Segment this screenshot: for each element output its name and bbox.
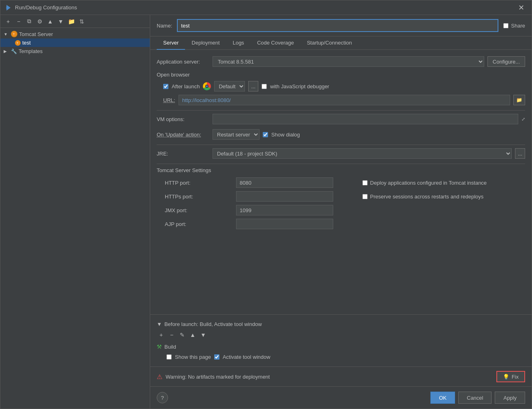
browser-browse-button[interactable]: ... — [248, 81, 258, 92]
chrome-inner — [205, 85, 209, 88]
help-button[interactable]: ? — [157, 392, 168, 403]
test-config-label: test — [22, 40, 31, 46]
name-input[interactable] — [178, 20, 498, 31]
before-launch-toolbar: + − ✎ ▲ ▼ — [157, 330, 525, 339]
http-port-input[interactable] — [236, 177, 333, 188]
copy-config-button[interactable]: ⧉ — [25, 17, 34, 26]
tomcat-server-group[interactable]: ▼ T Tomcat Server — [0, 30, 150, 38]
before-launch-up-button[interactable]: ▲ — [188, 330, 197, 339]
before-launch-section: ▼ Before launch: Build, Activate tool wi… — [150, 314, 532, 366]
bottom-buttons: ? OK Cancel Apply — [150, 386, 532, 409]
configure-button[interactable]: Configure... — [487, 56, 525, 67]
after-launch-row: After launch Default ... with JavaScript… — [157, 81, 525, 92]
divider-1 — [157, 110, 525, 111]
tab-startup[interactable]: Startup/Connection — [300, 36, 358, 50]
tomcat-icon: T — [11, 31, 17, 37]
jmx-port-input[interactable] — [236, 205, 333, 215]
move-down-button[interactable]: ▼ — [56, 17, 65, 26]
vm-expand-icon[interactable]: ⤢ — [521, 117, 525, 122]
svg-rect-1 — [6, 6, 8, 9]
tab-code-coverage[interactable]: Code Coverage — [251, 36, 300, 50]
jre-row: JRE: Default (18 - project SDK) ... — [157, 148, 525, 159]
before-launch-add-button[interactable]: + — [157, 330, 166, 339]
close-button[interactable]: ✕ — [516, 2, 527, 13]
show-dialog-label: Show dialog — [271, 132, 300, 138]
ajp-port-input[interactable] — [236, 219, 333, 229]
right-panel: Name: Share Server Deployment Logs Code … — [150, 15, 532, 409]
on-update-label: On 'Update' action: — [157, 132, 209, 138]
templates-toggle-icon: ▶ — [4, 49, 9, 53]
before-launch-down-button[interactable]: ▼ — [199, 330, 208, 339]
js-debugger-checkbox[interactable] — [262, 84, 267, 89]
title-bar: Run/Debug Configurations ✕ — [0, 0, 532, 15]
build-icon: ⚒ — [157, 343, 162, 350]
tab-deployment[interactable]: Deployment — [185, 36, 226, 50]
add-config-button[interactable]: + — [4, 17, 13, 26]
before-launch-edit-button[interactable]: ✎ — [178, 330, 187, 339]
move-up-button[interactable]: ▲ — [46, 17, 55, 26]
settings-config-button[interactable]: ⚙ — [35, 17, 44, 26]
https-port-input[interactable] — [236, 191, 333, 202]
ajp-port-label: AJP port: — [157, 221, 230, 227]
ok-button[interactable]: OK — [430, 392, 455, 404]
before-launch-toggle[interactable]: ▼ — [157, 321, 162, 327]
http-port-label: HTTP port: — [157, 180, 230, 186]
vm-options-row: VM options: ⤢ — [157, 114, 525, 124]
show-page-checkbox[interactable] — [166, 354, 172, 360]
share-label: Share — [511, 23, 525, 29]
activate-tool-checkbox[interactable] — [214, 354, 219, 360]
browser-select[interactable]: Default — [214, 81, 245, 92]
before-launch-title: Before launch: Build, Activate tool wind… — [164, 321, 262, 327]
js-debugger-label: with JavaScript debugger — [270, 83, 329, 89]
test-config-item[interactable]: T test — [0, 38, 150, 47]
preserve-sessions-checkbox[interactable] — [362, 194, 368, 199]
on-update-row: On 'Update' action: Restart server Show … — [157, 129, 525, 140]
window-title: Run/Debug Configurations — [15, 4, 516, 11]
test-tomcat-icon: T — [15, 40, 21, 46]
tomcat-group-label: Tomcat Server — [19, 31, 53, 37]
url-row: URL: 📁 — [157, 95, 525, 105]
tab-logs[interactable]: Logs — [226, 36, 251, 50]
after-launch-label: After launch — [172, 83, 200, 89]
sort-button[interactable]: ⇅ — [77, 17, 86, 26]
warning-bar: ⚠ Warning: No artifacts marked for deplo… — [150, 366, 532, 386]
on-update-select[interactable]: Restart server — [213, 129, 260, 140]
svg-text:T: T — [17, 42, 19, 45]
deploy-apps-label: Deploy applications configured in Tomcat… — [370, 180, 487, 186]
jmx-port-label: JMX port: — [157, 207, 230, 213]
folder-button[interactable]: 📁 — [67, 17, 76, 26]
before-launch-remove-button[interactable]: − — [167, 330, 176, 339]
fix-light-icon: 💡 — [503, 374, 509, 380]
tab-server[interactable]: Server — [157, 36, 185, 50]
vm-options-label: VM options: — [157, 116, 209, 122]
name-row: Name: Share — [150, 15, 532, 36]
warning-content: ⚠ Warning: No artifacts marked for deplo… — [157, 373, 270, 381]
jre-select[interactable]: Default (18 - project SDK) — [213, 148, 512, 159]
apply-button[interactable]: Apply — [495, 392, 525, 404]
left-toolbar: + − ⧉ ⚙ ▲ ▼ 📁 ⇅ — [0, 15, 150, 28]
tomcat-settings-section: Tomcat Server Settings HTTP port: Deploy… — [157, 167, 525, 229]
remove-config-button[interactable]: − — [14, 17, 23, 26]
group-toggle-icon: ▼ — [4, 32, 9, 36]
build-row: ⚒ Build — [157, 343, 525, 351]
share-checkbox[interactable] — [503, 23, 509, 28]
open-browser-section: Open browser — [157, 72, 525, 78]
window-icon — [5, 4, 12, 11]
divider-3 — [157, 164, 525, 164]
show-dialog-checkbox[interactable] — [263, 132, 268, 137]
jre-label: JRE: — [157, 151, 209, 157]
url-input[interactable] — [179, 95, 510, 105]
share-area: Share — [503, 23, 525, 29]
templates-group[interactable]: ▶ 🔧 Templates — [0, 47, 150, 55]
vm-options-input[interactable] — [213, 114, 518, 124]
after-launch-checkbox[interactable] — [163, 84, 168, 89]
fix-button[interactable]: 💡 Fix — [496, 371, 525, 382]
url-folder-button[interactable]: 📁 — [513, 95, 525, 105]
app-server-select[interactable]: Tomcat 8.5.581 — [213, 56, 484, 67]
deploy-apps-checkbox[interactable] — [362, 180, 368, 185]
cancel-button[interactable]: Cancel — [458, 392, 492, 404]
name-label: Name: — [157, 23, 172, 29]
https-port-label: HTTPs port: — [157, 194, 230, 200]
jre-browse-button[interactable]: ... — [515, 148, 525, 159]
url-label: URL: — [163, 97, 175, 103]
